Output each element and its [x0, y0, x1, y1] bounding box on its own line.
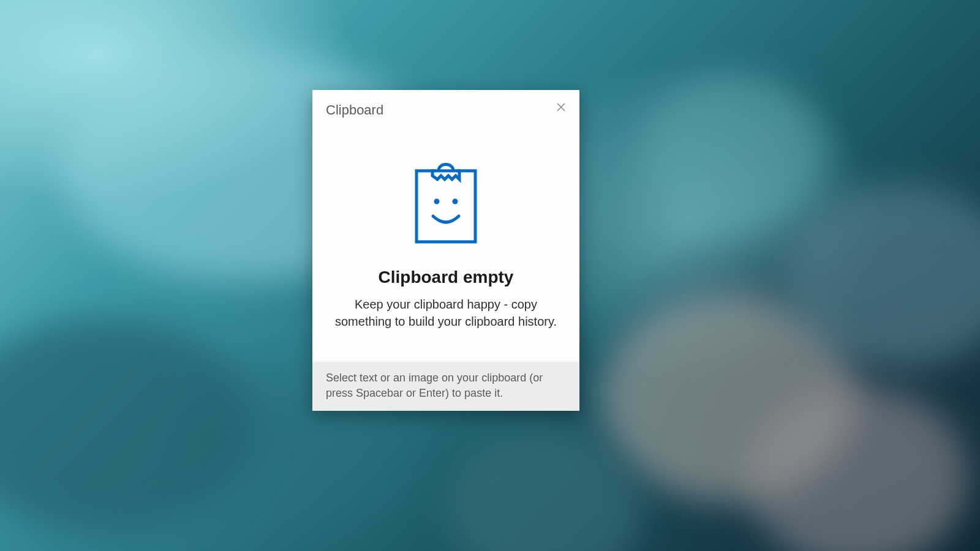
background-blob	[0, 318, 257, 533]
svg-point-3	[453, 199, 458, 204]
clipboard-history-panel: Clipboard	[312, 90, 579, 411]
panel-footer: Select text or an image on your clipboar…	[312, 362, 579, 411]
background-blob	[643, 73, 827, 233]
panel-title: Clipboard	[326, 102, 383, 118]
clipboard-smiley-icon	[414, 156, 478, 244]
close-icon	[557, 103, 565, 114]
empty-state-heading: Clipboard empty	[379, 268, 514, 287]
footer-hint-text: Select text or an image on your clipboar…	[326, 370, 566, 401]
panel-body: Clipboard empty Keep your clipboard happ…	[312, 122, 579, 362]
empty-state-description: Keep your clipboard happy - copy somethi…	[322, 296, 570, 331]
svg-point-2	[434, 199, 440, 204]
background-blob	[447, 429, 643, 551]
panel-header: Clipboard	[312, 90, 579, 122]
close-button[interactable]	[551, 99, 571, 118]
desktop-background: Clipboard	[0, 0, 980, 551]
